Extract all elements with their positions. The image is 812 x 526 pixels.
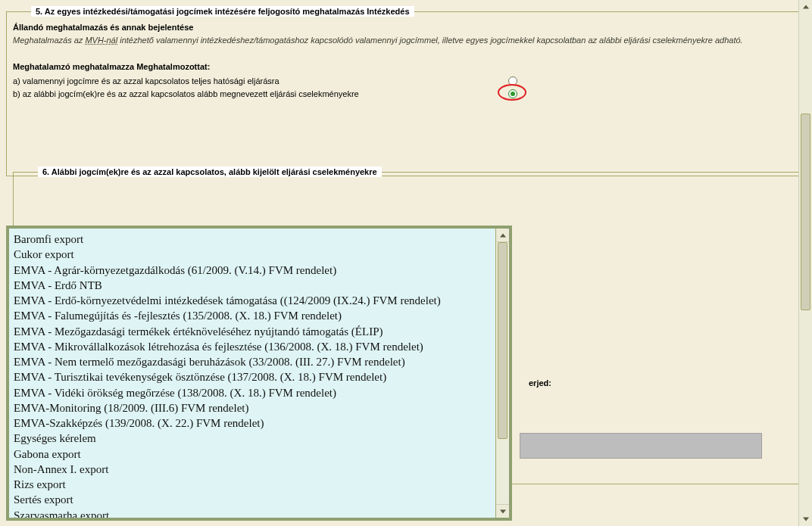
dropdown-option[interactable]: Egységes kérelem: [14, 431, 491, 446]
partially-hidden-content: erjed:: [520, 378, 792, 387]
dropdown-scroll-thumb[interactable]: [498, 242, 508, 439]
dropdown-option[interactable]: Sertés export: [14, 492, 491, 507]
dropdown-option[interactable]: EMVA - Erdő NTB: [14, 278, 491, 293]
scroll-down-button[interactable]: [496, 504, 509, 518]
dropdown-option[interactable]: Szarvasmarha export: [14, 508, 491, 518]
scroll-up-button[interactable]: [496, 229, 509, 242]
dropdown-option[interactable]: EMVA - Mikrovállalkozások létrehozása és…: [14, 339, 491, 354]
chevron-down-icon: [500, 509, 506, 514]
option-a-radio[interactable]: [508, 76, 517, 86]
section-6-legend: 6. Alábbi jogcím(ek)re és az azzal kapcs…: [38, 167, 382, 177]
dropdown-options-container: Baromfi exportCukor exportEMVA - Agrár-k…: [9, 229, 495, 518]
dropdown-option[interactable]: EMVA - Vidéki örökség megőrzése (138/200…: [14, 385, 491, 400]
dropdown-option[interactable]: EMVA - Agrár-környezetgazdálkodás (61/20…: [14, 263, 491, 278]
dropdown-option[interactable]: EMVA-Szakképzés (139/2008. (X. 22.) FVM …: [14, 416, 491, 431]
option-b-radio[interactable]: [508, 89, 517, 98]
dropdown-option[interactable]: EMVA - Nem termelő mezőgazdasági beruház…: [14, 354, 491, 369]
section-5-description: Meghatalmazás az MVH-nál intézhető valam…: [13, 35, 799, 45]
dropdown-option[interactable]: EMVA - Turisztikai tevékenységek ösztönz…: [14, 369, 491, 384]
dropdown-option[interactable]: EMVA-Monitoring (18/2009. (III.6) FVM re…: [14, 400, 491, 416]
dropdown-scrollbar[interactable]: [495, 229, 509, 518]
option-b-label: b) az alábbi jogcím(ek)re és az azzal ka…: [13, 89, 498, 98]
dropdown-option[interactable]: EMVA - Erdő-környezetvédelmi intézkedése…: [14, 293, 491, 308]
dropdown-option[interactable]: Gabona export: [14, 447, 491, 462]
dropdown-option[interactable]: Cukor export: [14, 247, 491, 262]
option-a-label: a) valamennyi jogcímre és az azzal kapcs…: [13, 76, 498, 86]
auth-title: Meghatalamzó meghatalmazza Meghatalmozot…: [13, 62, 799, 71]
page-scroll-down[interactable]: [799, 512, 812, 526]
chevron-down-icon: [803, 517, 809, 521]
gray-input-bar[interactable]: [520, 433, 762, 459]
dropdown-option[interactable]: EMVA - Falumegújítás és -fejlesztés (135…: [14, 308, 491, 323]
hidden-label-suffix: erjed:: [529, 378, 551, 387]
mvh-abbr: MVH-nál: [85, 36, 117, 45]
option-a-row: a) valamennyi jogcímre és az azzal kapcs…: [13, 74, 799, 87]
dropdown-option[interactable]: EMVA - Mezőgazdasági termékek értéknövel…: [14, 324, 491, 339]
dropdown-option[interactable]: Baromfi export: [14, 232, 491, 247]
jogcim-dropdown-list[interactable]: Baromfi exportCukor exportEMVA - Agrár-k…: [6, 226, 512, 521]
section-5-legend: 5. Az egyes intézkedési/támogatási jogcí…: [31, 6, 414, 17]
chevron-up-icon: [500, 233, 506, 238]
page-scrollbar[interactable]: [798, 0, 812, 526]
option-b-row: b) az alábbi jogcím(ek)re és az azzal ka…: [13, 87, 799, 100]
dropdown-option[interactable]: Non-Annex I. export: [14, 462, 491, 477]
page-scroll-thumb[interactable]: [801, 114, 810, 310]
chevron-up-icon: [803, 5, 809, 9]
section-5-subheading: Állandó meghatalmazás és annak bejelenté…: [13, 23, 799, 32]
section-5-fieldset: 5. Az egyes intézkedési/támogatási jogcí…: [6, 6, 806, 176]
page-scroll-up[interactable]: [799, 0, 812, 14]
dropdown-option[interactable]: Rizs export: [14, 477, 491, 492]
